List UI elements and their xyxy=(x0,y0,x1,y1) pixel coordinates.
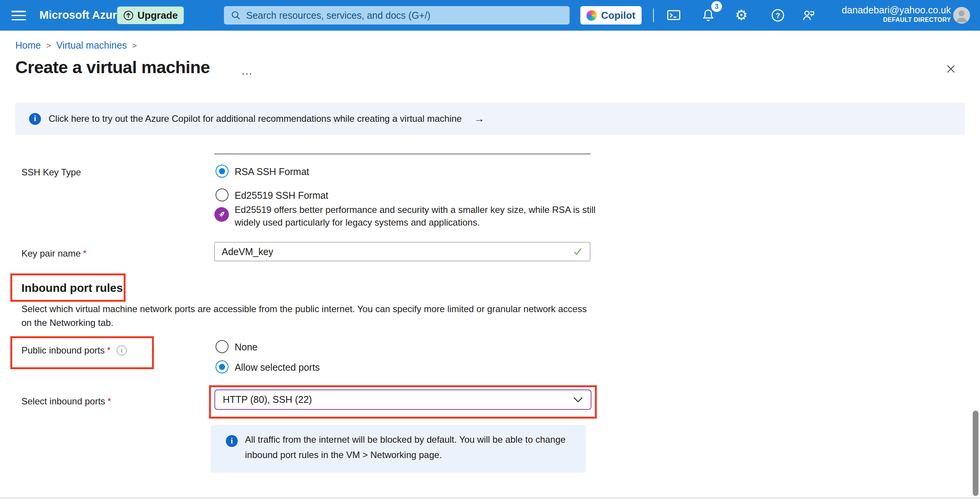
upgrade-arrow-icon xyxy=(123,10,134,21)
radio-label-allow-selected-ports[interactable]: Allow selected ports xyxy=(235,362,320,373)
account-email: danadebari@yahoo.co.uk xyxy=(842,4,951,16)
global-search-input[interactable]: Search resources, services, and docs (G+… xyxy=(224,6,570,25)
public-inbound-ports-label: Public inbound ports * xyxy=(21,345,127,356)
radio-ed25519-ssh-format[interactable] xyxy=(216,188,229,201)
section-divider xyxy=(214,154,591,154)
notification-badge: 3 xyxy=(711,1,722,12)
breadcrumb: Home Virtual machines xyxy=(15,40,137,51)
upgrade-button[interactable]: Upgrade xyxy=(117,7,184,24)
required-asterisk: * xyxy=(108,396,111,406)
radio-label-ed25519[interactable]: Ed25519 SSH Format xyxy=(235,190,328,201)
key-pair-name-input[interactable]: AdeVM_key xyxy=(214,242,590,261)
arrow-right-icon[interactable]: → xyxy=(474,113,484,125)
page-title: Create a virtual machine xyxy=(15,57,210,77)
azure-portal-page: Microsoft Azure Upgrade Search resources… xyxy=(0,0,980,504)
top-bar: Microsoft Azure Upgrade Search resources… xyxy=(0,0,980,31)
radio-allow-selected-ports[interactable] xyxy=(216,360,229,373)
chevron-down-icon xyxy=(573,397,583,403)
topbar-divider xyxy=(653,8,654,22)
hamburger-menu-icon[interactable] xyxy=(11,11,26,20)
key-pair-name-value: AdeVM_key xyxy=(222,246,572,257)
required-asterisk: * xyxy=(83,248,87,259)
banner-text: Click here to try out the Azure Copilot … xyxy=(49,113,462,124)
search-placeholder: Search resources, services, and docs (G+… xyxy=(246,10,430,21)
key-pair-name-label: Key pair name* xyxy=(21,248,87,259)
account-info[interactable]: danadebari@yahoo.co.uk DEFAULT DIRECTORY xyxy=(842,4,951,24)
breadcrumb-home[interactable]: Home xyxy=(15,40,41,51)
brand-title[interactable]: Microsoft Azure xyxy=(39,9,123,21)
valid-check-icon xyxy=(572,246,583,257)
upgrade-label: Upgrade xyxy=(137,10,178,21)
cloud-shell-icon[interactable] xyxy=(666,8,681,23)
settings-gear-icon[interactable]: ⚙ xyxy=(735,7,748,24)
feedback-icon[interactable] xyxy=(801,8,816,23)
more-options-icon[interactable]: … xyxy=(241,64,253,77)
close-icon[interactable] xyxy=(942,61,959,77)
required-asterisk: * xyxy=(107,345,110,356)
key-pair-name-text: Key pair name xyxy=(21,248,81,259)
avatar[interactable] xyxy=(953,7,970,24)
chevron-right-icon xyxy=(132,41,137,50)
radio-label-rsa[interactable]: RSA SSH Format xyxy=(235,166,309,177)
info-icon xyxy=(29,113,41,125)
chevron-right-icon xyxy=(46,41,51,50)
svg-text:?: ? xyxy=(776,11,780,20)
info-icon xyxy=(226,435,238,447)
help-icon[interactable]: ? xyxy=(770,8,786,23)
search-icon xyxy=(231,10,241,20)
copilot-label: Copilot xyxy=(601,10,635,21)
dropdown-selected-value: HTTP (80), SSH (22) xyxy=(223,394,312,405)
ssh-key-type-label: SSH Key Type xyxy=(21,167,81,178)
copilot-icon xyxy=(586,10,597,21)
footer-divider xyxy=(0,497,980,499)
inbound-port-rules-description: Select which virtual machine network por… xyxy=(21,302,588,330)
radio-none[interactable] xyxy=(216,340,229,353)
account-directory: DEFAULT DIRECTORY xyxy=(842,16,951,24)
public-inbound-ports-text: Public inbound ports xyxy=(21,345,105,356)
radio-rsa-ssh-format[interactable] xyxy=(216,165,229,178)
info-box-text: All traffic from the internet will be bl… xyxy=(245,432,578,463)
select-inbound-ports-text: Select inbound ports xyxy=(21,396,105,406)
vertical-scrollbar[interactable] xyxy=(973,411,978,496)
copilot-recommendation-banner[interactable]: Click here to try out the Azure Copilot … xyxy=(15,103,965,135)
rocket-icon xyxy=(214,207,229,222)
radio-label-none[interactable]: None xyxy=(235,342,258,353)
person-icon xyxy=(953,7,970,24)
ssh-key-note: Ed25519 offers better performance and se… xyxy=(235,203,608,229)
inbound-port-rules-heading: Inbound port rules xyxy=(21,281,123,295)
select-inbound-ports-label: Select inbound ports* xyxy=(21,396,111,407)
inbound-ports-info-box: All traffic from the internet will be bl… xyxy=(211,425,586,473)
copilot-button[interactable]: Copilot xyxy=(580,6,642,25)
breadcrumb-virtual-machines[interactable]: Virtual machines xyxy=(56,40,127,51)
select-inbound-ports-dropdown[interactable]: HTTP (80), SSH (22) xyxy=(214,389,591,410)
info-tooltip-icon[interactable] xyxy=(117,345,127,355)
